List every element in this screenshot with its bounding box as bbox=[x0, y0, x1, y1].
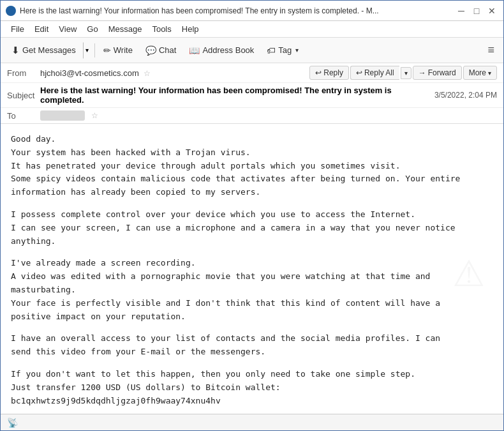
reply-all-label: Reply All bbox=[364, 68, 394, 77]
menu-tools[interactable]: Tools bbox=[147, 23, 176, 35]
email-body-container: Good day. Your system has been hacked wi… bbox=[1, 124, 503, 414]
write-icon: ✏ bbox=[103, 45, 111, 56]
app-icon bbox=[6, 6, 16, 16]
email-paragraph: I have an overall access to your list of… bbox=[11, 332, 493, 359]
menu-view[interactable]: View bbox=[54, 23, 82, 35]
status-bar: 📡 bbox=[1, 414, 503, 430]
close-button[interactable]: ✕ bbox=[485, 4, 498, 17]
address-book-icon: 📖 bbox=[189, 45, 200, 56]
email-body: Good day. Your system has been hacked wi… bbox=[1, 124, 503, 414]
tag-button[interactable]: 🏷 Tag ▾ bbox=[261, 42, 304, 59]
menu-help[interactable]: Help bbox=[177, 23, 204, 35]
connection-status-icon: 📡 bbox=[7, 418, 18, 428]
menu-message[interactable]: Message bbox=[103, 23, 147, 35]
from-label: From bbox=[7, 68, 40, 78]
from-email: hjchoi3@vt-cosmetics.com bbox=[40, 68, 139, 78]
to-row: To ☆ bbox=[1, 108, 503, 123]
main-window: Here is the last warning! Your informati… bbox=[0, 0, 504, 431]
menu-go[interactable]: Go bbox=[82, 23, 103, 35]
maximize-button[interactable]: □ bbox=[470, 4, 483, 17]
tag-label: Tag bbox=[278, 45, 292, 55]
hamburger-menu-button[interactable]: ≡ bbox=[484, 42, 498, 58]
email-paragraph: I possess complete control over your dev… bbox=[11, 208, 493, 248]
reply-all-icon: ↩ bbox=[356, 68, 362, 77]
chat-icon: 💬 bbox=[145, 45, 156, 56]
address-book-label: Address Book bbox=[202, 45, 254, 55]
forward-label: Forward bbox=[428, 68, 456, 77]
write-button[interactable]: ✏ Write bbox=[98, 42, 138, 59]
reply-all-dropdown-icon: ▾ bbox=[404, 70, 408, 77]
toolbar-separator-1 bbox=[94, 43, 95, 57]
tag-icon: 🏷 bbox=[267, 45, 276, 56]
write-label: Write bbox=[114, 45, 133, 55]
email-paragraph: I've already made a screen recording. A … bbox=[11, 257, 493, 323]
subject-row: Subject Here is the last warning! Your i… bbox=[1, 83, 503, 108]
header-action-buttons: ↩ Reply ↩ Reply All ▾ → Forward More ▾ bbox=[309, 66, 497, 80]
more-button[interactable]: More ▾ bbox=[463, 66, 497, 80]
get-messages-button[interactable]: ⬇ Get Messages bbox=[6, 42, 82, 59]
email-paragraph: Good day. Your system has been hacked wi… bbox=[11, 133, 493, 199]
more-dropdown-icon: ▾ bbox=[488, 70, 491, 77]
subject-label: Subject bbox=[7, 91, 40, 100]
forward-button[interactable]: → Forward bbox=[413, 66, 462, 80]
menu-edit[interactable]: Edit bbox=[29, 23, 54, 35]
minimize-button[interactable]: ─ bbox=[455, 4, 468, 17]
reply-label: Reply bbox=[323, 68, 343, 77]
subject-text: Here is the last warning! Your informati… bbox=[40, 86, 429, 105]
window-controls: ─ □ ✕ bbox=[455, 4, 498, 17]
to-star-icon[interactable]: ☆ bbox=[91, 111, 98, 120]
forward-icon: → bbox=[419, 68, 426, 77]
toolbar: ⬇ Get Messages ▾ ✏ Write 💬 Chat 📖 Addres… bbox=[1, 38, 503, 63]
reply-all-button[interactable]: ↩ Reply All bbox=[350, 66, 399, 80]
reply-icon: ↩ bbox=[315, 68, 322, 77]
chat-label: Chat bbox=[159, 45, 176, 55]
get-messages-icon: ⬇ bbox=[11, 45, 20, 56]
email-paragraph: If you don't want to let this happen, th… bbox=[11, 368, 493, 407]
chat-button[interactable]: 💬 Chat bbox=[140, 42, 182, 59]
menu-file[interactable]: File bbox=[6, 23, 29, 35]
subject-date: 3/5/2022, 2:04 PM bbox=[434, 91, 497, 100]
email-headers: From hjchoi3@vt-cosmetics.com ☆ ↩ Reply … bbox=[1, 63, 503, 124]
reply-button[interactable]: ↩ Reply bbox=[309, 66, 349, 80]
menu-bar: File Edit View Go Message Tools Help bbox=[1, 21, 503, 38]
to-value: ☆ bbox=[40, 110, 98, 121]
title-bar: Here is the last warning! Your informati… bbox=[1, 1, 503, 21]
from-value: hjchoi3@vt-cosmetics.com ☆ bbox=[40, 68, 309, 78]
address-book-button[interactable]: 📖 Address Book bbox=[183, 42, 260, 59]
dropdown-chevron-icon: ▾ bbox=[85, 47, 89, 54]
window-title: Here is the last warning! Your informati… bbox=[20, 6, 455, 15]
get-messages-dropdown[interactable]: ▾ bbox=[83, 42, 92, 59]
from-star-icon[interactable]: ☆ bbox=[144, 69, 151, 78]
to-label: To bbox=[7, 111, 40, 121]
from-row: From hjchoi3@vt-cosmetics.com ☆ ↩ Reply … bbox=[1, 63, 503, 83]
tag-dropdown-icon: ▾ bbox=[295, 47, 299, 54]
reply-all-dropdown[interactable]: ▾ bbox=[401, 67, 411, 79]
get-messages-label: Get Messages bbox=[22, 45, 76, 55]
more-label: More bbox=[469, 68, 486, 77]
to-avatar bbox=[40, 110, 85, 121]
